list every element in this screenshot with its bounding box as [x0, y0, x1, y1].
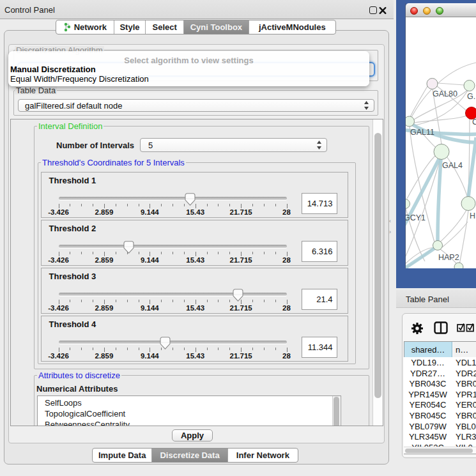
svg-text:GAL80: GAL80	[433, 89, 457, 98]
svg-text:GAL4: GAL4	[442, 161, 463, 170]
svg-text:G.: G.	[467, 92, 475, 101]
svg-text:GCY1: GCY1	[406, 213, 426, 222]
svg-text:C: C	[472, 118, 476, 127]
svg-text:H: H	[470, 211, 475, 220]
svg-text:GAL11: GAL11	[410, 128, 434, 137]
svg-text:HAP2: HAP2	[438, 253, 459, 262]
